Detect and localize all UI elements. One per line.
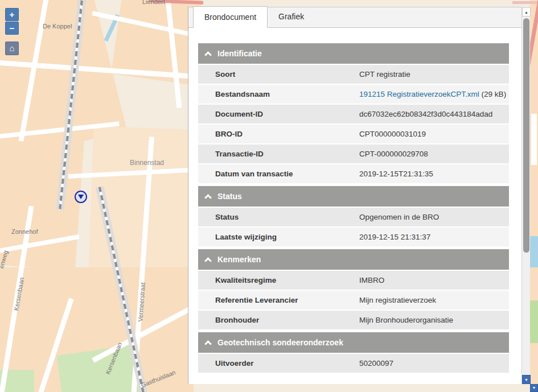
scroll-up-button[interactable]: ▲ <box>522 7 531 16</box>
row-value: 2019-12-15 21:31:37 <box>354 228 509 246</box>
row-label: Datum van transactie <box>198 164 354 183</box>
row-label: Status <box>198 208 354 226</box>
row-label: Laatste wijziging <box>198 228 354 246</box>
corner-scroll-button[interactable]: ▼ <box>530 384 538 392</box>
map-road <box>531 114 537 165</box>
row-label: Uitvoerder <box>198 354 354 373</box>
section-header-kenmerken[interactable]: Kenmerken <box>198 249 509 270</box>
section-header-status[interactable]: Status <box>198 186 509 207</box>
chevron-up-icon <box>204 51 212 59</box>
chevron-up-icon <box>204 257 212 265</box>
zoom-in-button[interactable]: + <box>5 8 19 21</box>
map-label: De Koppel <box>43 23 72 30</box>
scroll-down-button[interactable]: ▼ <box>522 375 531 384</box>
section-title: Identificatie <box>217 49 262 58</box>
file-size: (29 kB) <box>479 90 506 98</box>
row-value: CPT-000000029708 <box>354 145 509 163</box>
row-uitvoerder: Uitvoerder 50200097 <box>198 354 509 374</box>
panel-content: Identificatie Soort CPT registratie Best… <box>188 28 522 384</box>
row-value: CPT registratie <box>354 65 509 84</box>
row-document-id: Document-ID dc67032ec62b08342f3d0c443184… <box>198 105 509 125</box>
row-laatste-wijziging: Laatste wijziging 2019-12-15 21:31:37 <box>198 228 509 247</box>
row-kwaliteitsregime: Kwaliteitsregime IMBRO <box>198 271 509 291</box>
row-referentie-leverancier: Referentie Leverancier Mijn registratiev… <box>198 291 509 311</box>
tab-brondocument[interactable]: Brondocument <box>193 6 268 28</box>
row-soort: Soort CPT registratie <box>198 65 509 85</box>
tab-bar: Brondocument Grafiek <box>188 7 522 28</box>
map-label: Zonnehof <box>11 228 38 235</box>
tab-grafiek[interactable]: Grafiek <box>268 6 315 27</box>
app-window: Liendert De Koppel Binnenstad Zonnehof K… <box>0 0 538 392</box>
row-label: Document-ID <box>198 105 354 123</box>
row-value: Mijn Bronhouderorganisatie <box>354 311 509 329</box>
arrow-down-icon: ▼ <box>532 386 536 390</box>
row-label: Transactie-ID <box>198 145 354 163</box>
row-value: 2019-12-15T21:31:35 <box>354 164 509 183</box>
row-value: CPT000000031019 <box>354 125 509 143</box>
tab-label: Brondocument <box>204 13 256 22</box>
marker-triangle-icon <box>78 195 84 199</box>
arrow-down-icon: ▼ <box>524 378 528 382</box>
zoom-out-button[interactable]: − <box>5 22 19 35</box>
row-value: IMBRO <box>354 271 509 290</box>
row-status: Status Opgenomen in de BRO <box>198 208 509 228</box>
map-water <box>530 236 538 267</box>
row-value: dc67032ec62b08342f3d0c443184adad <box>354 105 509 123</box>
row-label: Soort <box>198 65 354 84</box>
row-label: Bronhouder <box>198 311 354 329</box>
row-bestandsnaam: Bestandsnaam 191215 RegistratieverzoekCP… <box>198 85 509 105</box>
tab-label: Grafiek <box>278 12 304 21</box>
row-bro-id: BRO-ID CPT000000031019 <box>198 125 509 145</box>
chevron-up-icon <box>204 340 212 348</box>
arrow-up-icon: ▲ <box>524 10 528 14</box>
section-header-geotechnisch-sondeeronderzoek[interactable]: Geotechnisch sondeeronderzoek <box>198 332 509 353</box>
section-title: Status <box>217 192 242 201</box>
map-park <box>530 300 538 343</box>
row-label: BRO-ID <box>198 125 354 143</box>
row-value: 50200097 <box>354 354 509 373</box>
section-title: Geotechnisch sondeeronderzoek <box>217 338 343 347</box>
row-value: Mijn registratieverzoek <box>354 291 509 310</box>
chevron-up-icon <box>204 194 212 201</box>
row-bronhouder: Bronhouder Mijn Bronhouderorganisatie <box>198 311 509 331</box>
row-transactie-id: Transactie-ID CPT-000000029708 <box>198 145 509 164</box>
section-header-identificatie[interactable]: Identificatie <box>198 43 509 64</box>
row-label: Bestandsnaam <box>198 85 354 104</box>
row-label: Referentie Leverancier <box>198 291 354 310</box>
map-road-primary <box>512 1 538 4</box>
row-label: Kwaliteitsregime <box>198 271 354 290</box>
scrollbar[interactable]: ▲ ▼ <box>521 7 530 384</box>
row-value: Opgenomen in de BRO <box>354 208 509 226</box>
file-download-link[interactable]: 191215 RegistratieverzoekCPT.xml <box>359 90 479 98</box>
scroll-thumb[interactable] <box>523 18 529 253</box>
section-title: Kenmerken <box>217 255 261 264</box>
row-value: 191215 RegistratieverzoekCPT.xml (29 kB) <box>354 85 509 104</box>
map-label: Binnenstad <box>130 159 164 167</box>
cpt-location-marker[interactable] <box>75 191 87 203</box>
row-datum-van-transactie: Datum van transactie 2019-12-15T21:31:35 <box>198 164 509 184</box>
home-button[interactable]: ⌂ <box>5 42 19 55</box>
map-label: Liendert <box>142 0 165 5</box>
detail-panel: Brondocument Grafiek Identificatie Soort… <box>188 7 530 384</box>
